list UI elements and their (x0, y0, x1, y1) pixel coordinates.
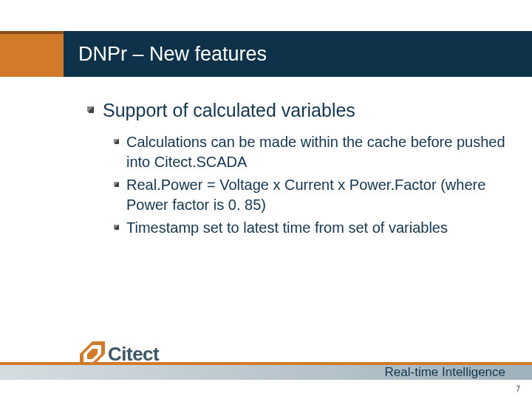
page-number: 7 (516, 385, 520, 393)
heading-text: Support of calculated variables (103, 99, 355, 122)
content-area: Support of calculated variables Calculat… (87, 99, 508, 241)
bullet-icon (87, 106, 94, 113)
title-bar: DNPr – New features (64, 31, 532, 77)
list-item: Calculations can be made within the cach… (114, 132, 508, 172)
bullet-icon (114, 139, 119, 144)
bullet-icon (114, 225, 119, 230)
tagline-text: Real-time Intelligence (385, 365, 505, 380)
bullet-icon (114, 182, 119, 187)
footer-bar: Real-time Intelligence (0, 362, 532, 380)
bullet-text: Timestamp set to latest time from set of… (126, 218, 448, 238)
header-accent-block (0, 31, 64, 77)
list-item: Timestamp set to latest time from set of… (114, 218, 508, 238)
slide-title: DNPr – New features (78, 43, 267, 66)
list-item: Support of calculated variables (87, 99, 508, 122)
bullet-text: Real.Power = Voltage x Current x Power.F… (126, 175, 508, 215)
list-item: Real.Power = Voltage x Current x Power.F… (114, 175, 508, 215)
bullet-text: Calculations can be made within the cach… (126, 132, 508, 172)
